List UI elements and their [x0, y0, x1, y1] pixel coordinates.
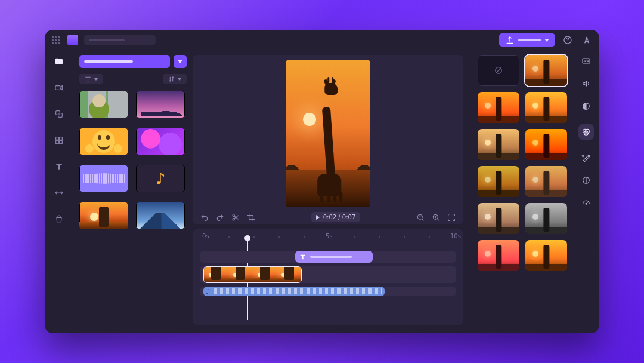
- center-area: 0:02 / 0:07 0s 5s 10s: [193, 50, 472, 333]
- timeline-ruler[interactable]: 0s 5s 10s: [200, 233, 456, 244]
- media-thumb[interactable]: [79, 202, 128, 229]
- svg-rect-6: [56, 141, 59, 144]
- svg-rect-3: [58, 113, 63, 118]
- media-sort-dropdown[interactable]: [163, 74, 187, 84]
- main: ♪: [45, 50, 599, 333]
- sidebar-item-transitions[interactable]: [52, 186, 66, 199]
- preview-stage: 0:02 / 0:07: [193, 55, 463, 224]
- rail-item-filters[interactable]: [578, 124, 594, 140]
- left-rail: [45, 50, 73, 333]
- media-thumb[interactable]: [136, 91, 185, 118]
- fit-button[interactable]: [447, 213, 456, 222]
- video-clip[interactable]: [203, 266, 302, 283]
- rail-item-color[interactable]: [581, 101, 591, 111]
- ruler-label: 10s: [450, 233, 461, 239]
- ruler-label: 5s: [326, 233, 333, 239]
- filter-thumb[interactable]: [478, 203, 519, 234]
- text-style-button[interactable]: [580, 33, 593, 47]
- preview-canvas[interactable]: [286, 60, 370, 207]
- sidebar-item-your-media[interactable]: [52, 55, 66, 68]
- right-rail: [573, 50, 599, 333]
- play-button[interactable]: 0:02 / 0:07: [311, 212, 361, 222]
- filters-panel: [472, 50, 573, 333]
- export-label: Export: [518, 39, 541, 41]
- media-thumb[interactable]: [79, 165, 128, 192]
- filter-thumb[interactable]: [525, 240, 567, 271]
- export-button[interactable]: Export: [499, 33, 555, 47]
- chevron-down-icon: [544, 39, 549, 42]
- media-thumb[interactable]: ♪: [136, 165, 185, 192]
- sidebar-item-templates[interactable]: [52, 134, 66, 147]
- rail-item-effects[interactable]: [581, 153, 591, 162]
- svg-rect-4: [56, 137, 59, 140]
- text-clip[interactable]: [295, 251, 373, 263]
- redo-button[interactable]: [215, 213, 225, 222]
- filter-thumb[interactable]: [525, 129, 567, 160]
- import-media-dropdown[interactable]: [174, 55, 187, 68]
- upload-icon: [505, 35, 515, 45]
- filter-thumb[interactable]: [525, 55, 567, 86]
- svg-point-9: [233, 218, 234, 220]
- app-logo-icon: [67, 35, 78, 45]
- sidebar-item-content-library[interactable]: [52, 107, 66, 121]
- music-icon: ♪: [206, 288, 210, 296]
- svg-rect-2: [56, 111, 60, 115]
- svg-point-8: [233, 214, 234, 216]
- ruler-label: 0s: [202, 233, 209, 239]
- crop-button[interactable]: [246, 213, 256, 222]
- play-icon: [316, 215, 320, 220]
- sidebar-item-brand-kit[interactable]: [52, 213, 66, 226]
- filter-thumb[interactable]: [478, 92, 519, 123]
- svg-rect-5: [60, 137, 63, 140]
- sidebar-item-record[interactable]: [52, 81, 66, 94]
- apps-grip-icon[interactable]: [51, 35, 60, 45]
- playback-time: 0:02 / 0:07: [323, 214, 356, 220]
- media-filter-dropdown[interactable]: [79, 74, 103, 84]
- rail-item-adjust[interactable]: [581, 176, 591, 185]
- undo-button[interactable]: [200, 213, 209, 222]
- media-thumb[interactable]: [136, 202, 185, 229]
- app-window: Export: [45, 30, 599, 333]
- media-thumb[interactable]: [79, 91, 128, 118]
- svg-rect-7: [60, 141, 63, 144]
- media-thumb[interactable]: [79, 128, 128, 155]
- filter-thumb[interactable]: [478, 129, 519, 160]
- zoom-out-button[interactable]: [416, 213, 425, 222]
- text-icon: [299, 253, 306, 261]
- svg-point-19: [586, 203, 587, 204]
- sidebar-item-text[interactable]: [52, 160, 66, 173]
- rail-item-audio[interactable]: [581, 79, 591, 88]
- svg-rect-1: [55, 86, 60, 90]
- rail-item-captions[interactable]: [581, 56, 591, 66]
- filter-thumb[interactable]: [525, 166, 567, 197]
- filter-none[interactable]: [478, 55, 519, 86]
- import-media-button[interactable]: [79, 55, 170, 68]
- filter-thumb[interactable]: [478, 240, 519, 271]
- filter-thumb[interactable]: [525, 92, 567, 123]
- project-title-input[interactable]: [84, 35, 156, 45]
- audio-clip[interactable]: ♪: [203, 287, 385, 296]
- split-button[interactable]: [231, 213, 240, 222]
- rail-item-speed[interactable]: [581, 198, 591, 208]
- media-thumb[interactable]: [136, 128, 185, 155]
- zoom-in-button[interactable]: [431, 213, 441, 222]
- playbar: 0:02 / 0:07: [193, 208, 463, 224]
- timeline[interactable]: 0s 5s 10s: [193, 229, 463, 325]
- filter-thumb[interactable]: [525, 203, 567, 234]
- help-button[interactable]: [561, 33, 574, 47]
- media-panel: ♪: [73, 50, 193, 333]
- filter-thumb[interactable]: [478, 166, 519, 197]
- titlebar: Export: [45, 30, 599, 50]
